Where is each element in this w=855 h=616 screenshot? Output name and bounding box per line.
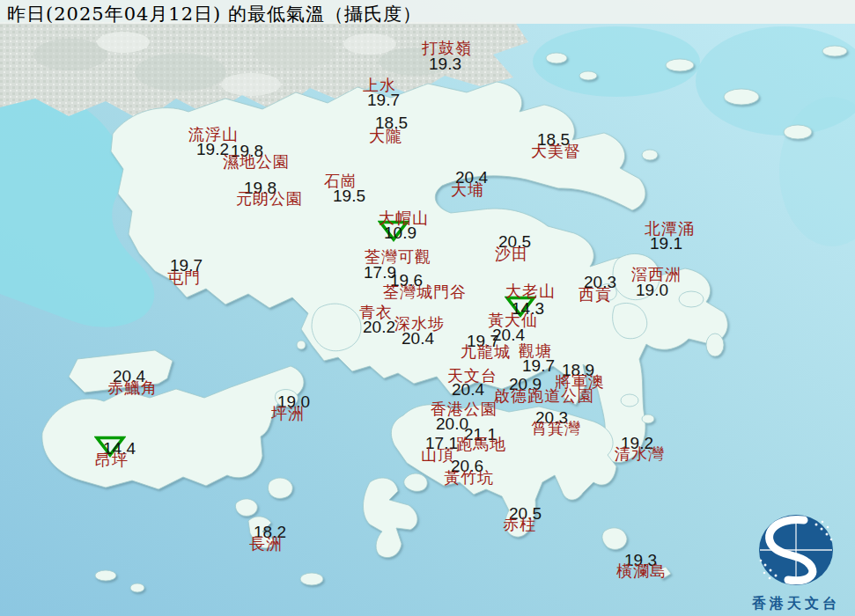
station-name-label: 跑馬地 [456, 436, 506, 452]
station-name-label: 坪洲 [271, 406, 305, 422]
stations-layer: 19.3打鼓嶺19.7上水18.5大隴18.5大美督19.2流浮山19.8濕地公… [0, 0, 855, 616]
station-name-label: 觀塘 [519, 343, 552, 359]
station-name-label: 大隴 [369, 128, 402, 144]
station-temp-value: 19.3 [429, 55, 461, 72]
station-name-label: 石崗 [324, 173, 357, 189]
station-name-label: 赤柱 [503, 517, 536, 532]
station-name-label: 昂坪 [95, 452, 129, 468]
station-name-label: 橫瀾島 [616, 563, 667, 579]
station-name-label: 大埔 [451, 182, 484, 198]
station-name-label: 打鼓嶺 [422, 40, 472, 56]
hko-logo-icon [741, 510, 851, 590]
station-name-label: 黃大仙 [488, 312, 538, 328]
station-name-label: 元朗公園 [236, 191, 303, 207]
station-name-label: 滘西洲 [631, 267, 682, 282]
station-name-label: 上水 [363, 77, 396, 93]
station-name-label: 青衣 [359, 304, 393, 320]
station-name-label: 啟德跑道公園 [494, 388, 594, 404]
station-name-label: 深水埗 [394, 316, 445, 332]
station-name-label: 赤鱲角 [107, 380, 158, 396]
station-name-label: 荃灣可觀 [365, 249, 431, 265]
station-name-label: 筲箕灣 [531, 421, 581, 436]
station-name-label: 山頂 [421, 447, 454, 463]
station-name-label: 大帽山 [379, 210, 429, 226]
station-name-label: 屯門 [167, 270, 201, 286]
station-name-label: 流浮山 [188, 127, 239, 143]
min-temperature-map: 昨日(2025年04月12日) 的最低氣溫（攝氏度） 19.3打鼓嶺19.7上水… [0, 0, 855, 616]
station-name-label: 九龍城 [461, 344, 511, 360]
station-name-label: 黃竹坑 [444, 470, 494, 486]
station-name-label: 清水灣 [615, 446, 665, 462]
station-name-label: 北潭涌 [645, 221, 695, 237]
station-name-label: 長洲 [249, 536, 283, 552]
station-temp-value: 19.0 [636, 282, 668, 298]
station-name-label: 濕地公園 [223, 154, 290, 170]
station-name-label: 沙田 [495, 246, 528, 262]
station-name-label: 天文台 [447, 368, 498, 384]
station-name-label: 大老山 [505, 283, 556, 299]
station-name-label: 荃灣城門谷 [383, 284, 467, 300]
hko-logo: 香港天文台 HONG KONG OBSERVATORY [736, 510, 855, 616]
hko-logo-name-zh: 香港天文台 [736, 595, 855, 613]
station-name-label: 大美督 [531, 143, 581, 159]
station-name-label: 香港公園 [431, 401, 498, 417]
station-name-label: 西貢 [579, 287, 612, 303]
